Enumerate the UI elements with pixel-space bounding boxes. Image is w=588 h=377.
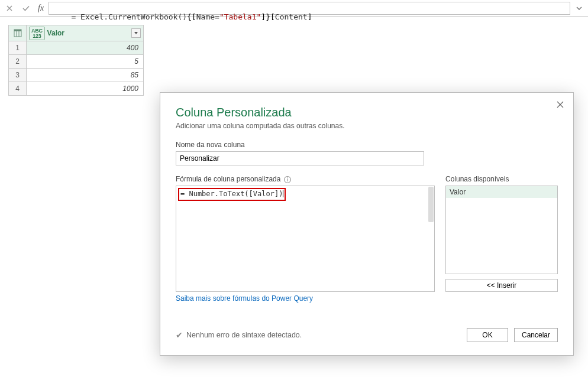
preview-table: ABC 123 Valor 1 400 2 5 <box>8 25 144 96</box>
ok-button[interactable]: OK <box>467 328 508 342</box>
close-icon <box>557 101 564 108</box>
cell-value: 1000 <box>27 82 144 96</box>
cancel-button[interactable]: Cancelar <box>514 328 558 342</box>
data-preview: ABC 123 Valor 1 400 2 5 <box>0 17 588 96</box>
close-icon <box>6 5 13 12</box>
formula-token: Content <box>275 12 308 21</box>
fx-label: fx <box>35 4 46 13</box>
formula-input[interactable]: = Excel.CurrentWorkbook(){[Name="Tabela1… <box>49 2 570 15</box>
cell-value: 85 <box>27 69 144 82</box>
table-row[interactable]: 4 1000 <box>9 82 144 96</box>
row-number: 2 <box>9 55 27 69</box>
formula-token: {[ <box>187 12 196 21</box>
cell-value: 5 <box>27 55 144 69</box>
text-caret <box>283 190 283 197</box>
table-corner[interactable] <box>9 25 27 41</box>
dialog-title: Coluna Personalizada <box>176 106 558 119</box>
formula-token: Excel.CurrentWorkbook() <box>80 12 187 21</box>
formula-token: "Tabela1" <box>219 12 261 21</box>
row-number: 1 <box>9 41 27 55</box>
table-row[interactable]: 2 5 <box>9 55 144 69</box>
status-text: Nenhum erro de sintaxe detectado. <box>186 331 302 339</box>
check-icon <box>22 5 30 12</box>
chevron-down-icon <box>576 5 582 11</box>
column-name: Valor <box>47 29 129 37</box>
row-number: 3 <box>9 69 27 82</box>
formula-expand-button[interactable] <box>573 2 586 15</box>
custom-column-dialog: Coluna Personalizada Adicionar uma colun… <box>160 92 574 356</box>
formula-bar: fx = Excel.CurrentWorkbook(){[Name="Tabe… <box>0 0 588 17</box>
formula-text: = Number.ToText([Valor]) <box>178 188 286 201</box>
table-icon <box>14 29 22 37</box>
check-icon: ✔ <box>176 330 183 340</box>
formula-token: = <box>71 12 80 21</box>
formula-token: Name= <box>196 12 219 21</box>
type-icon[interactable]: ABC 123 <box>29 27 45 40</box>
info-icon[interactable]: i <box>284 176 291 183</box>
formula-cancel-button[interactable] <box>2 2 17 15</box>
formula-token: ] <box>308 12 312 21</box>
column-name-label: Nome da nova coluna <box>176 141 558 149</box>
dialog-subtitle: Adicionar uma coluna computada das outra… <box>176 122 558 130</box>
svg-rect-1 <box>14 30 21 31</box>
formula-token: ]}[ <box>261 12 274 21</box>
cell-value: 400 <box>27 41 144 55</box>
formula-editor[interactable]: = Number.ToText([Valor]) <box>176 186 435 292</box>
formula-commit-button[interactable] <box>19 2 33 15</box>
available-columns-list[interactable]: Valor <box>445 186 558 274</box>
row-number: 4 <box>9 82 27 96</box>
column-filter-button[interactable] <box>131 28 141 38</box>
learn-more-link[interactable]: Saiba mais sobre fórmulas do Power Query <box>176 294 435 303</box>
available-columns-label: Colunas disponíveis <box>445 175 558 183</box>
insert-column-button[interactable]: << Inserir <box>445 279 558 292</box>
available-column-item[interactable]: Valor <box>446 186 557 198</box>
syntax-status: ✔ Nenhum erro de sintaxe detectado. <box>176 330 302 340</box>
scrollbar-thumb[interactable] <box>428 187 434 222</box>
table-row[interactable]: 3 85 <box>9 69 144 82</box>
table-row[interactable]: 1 400 <box>9 41 144 55</box>
formula-label: Fórmula de coluna personalizada i <box>176 175 435 183</box>
column-name-input[interactable] <box>176 151 424 165</box>
dialog-close-button[interactable] <box>553 98 567 112</box>
column-header[interactable]: ABC 123 Valor <box>27 25 144 41</box>
caret-down-icon <box>134 31 138 35</box>
